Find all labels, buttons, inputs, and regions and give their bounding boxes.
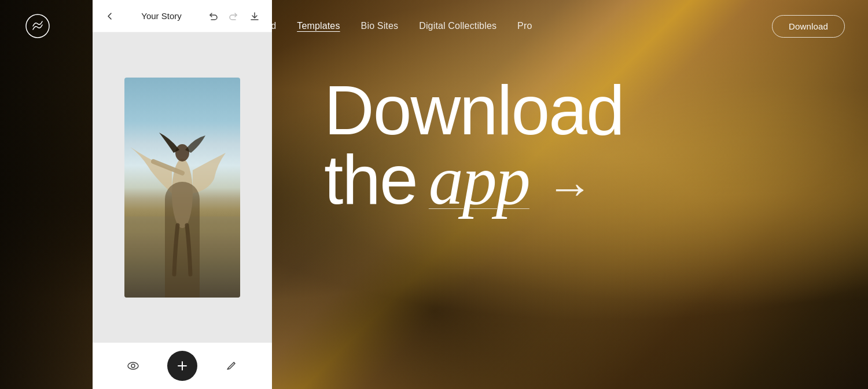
svg-point-4 (128, 362, 138, 369)
nav-link-unfold[interactable]: Unfold (249, 21, 276, 31)
nav-link-templates[interactable]: Templates (297, 21, 340, 31)
download-button[interactable]: Download (772, 15, 845, 38)
nav-link-bio-sites[interactable]: Bio Sites (361, 21, 399, 31)
svg-point-5 (131, 364, 135, 368)
nav-link-digital-collectibles[interactable]: Digital Collectibles (419, 21, 496, 31)
svg-point-0 (26, 14, 49, 38)
hero-the: the (324, 145, 417, 214)
hero-line-2: the app → (324, 145, 624, 215)
logo[interactable] (23, 12, 52, 41)
phone-toolbar (93, 343, 272, 389)
navbar: Unfold Templates Bio Sites Digital Colle… (0, 0, 868, 52)
edit-button[interactable] (219, 353, 244, 379)
svg-rect-1 (124, 216, 240, 298)
hero-app-italic: app (429, 146, 529, 215)
hero-arrow: → (547, 165, 592, 211)
nav-link-pro[interactable]: Pro (517, 21, 532, 31)
nav-links: Unfold Templates Bio Sites Digital Colle… (249, 21, 532, 31)
eye-button[interactable] (120, 353, 146, 379)
left-overlay (0, 0, 93, 389)
phone-panel: Your Story (93, 0, 272, 389)
phone-screen (124, 78, 240, 298)
add-button[interactable] (167, 351, 197, 381)
phone-screen-wrapper (93, 32, 272, 343)
svg-point-3 (175, 144, 189, 162)
hero-text-block: Download the app → (324, 75, 624, 215)
hero-line-1: Download (324, 75, 624, 145)
